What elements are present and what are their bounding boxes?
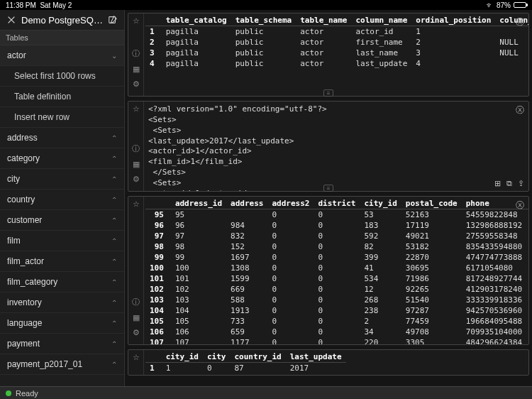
grid-icon[interactable]: ▦ xyxy=(133,160,140,169)
panel-gutter: ☆ ⓘ ▦ ⚙ xyxy=(128,13,144,96)
sidebar-item-city[interactable]: city⌃ xyxy=(0,169,124,190)
sidebar-subitem[interactable]: Select first 1000 rows xyxy=(0,66,124,87)
grid-icon[interactable]: ▦ xyxy=(133,313,140,322)
sidebar-item-label: payment_p2017_01 xyxy=(7,359,82,369)
result-panel-xml: ☆ ⓘ ▦ ⚙ ⓧ <?xml version="1.0" encoding="… xyxy=(128,101,529,192)
col-header: country_id xyxy=(230,351,285,363)
share-icon[interactable]: ⇪ xyxy=(518,179,524,188)
sidebar-table-list: actor⌄Select first 1000 rowsTable defini… xyxy=(0,45,124,386)
table-row[interactable]: 10710711770022033054842966243842017 xyxy=(145,337,528,344)
close-panel-icon[interactable]: ⓧ xyxy=(516,200,524,212)
sidebar-item-label: inventory xyxy=(7,297,42,307)
info-icon[interactable]: ⓘ xyxy=(132,48,140,59)
star-icon[interactable]: ☆ xyxy=(133,353,140,362)
col-header: column_name xyxy=(351,15,411,26)
close-panel-icon[interactable]: ⓧ xyxy=(516,16,524,28)
sidebar-item-payment_p2017_01[interactable]: payment_p2017_01⌃ xyxy=(0,354,124,375)
address-table: address_idaddressaddress2districtcity_id… xyxy=(145,198,528,344)
info-icon[interactable]: ⓘ xyxy=(132,143,140,154)
chevron-up-icon: ⌃ xyxy=(111,196,117,204)
settings-icon[interactable]: ⚙ xyxy=(133,328,140,337)
compose-icon[interactable] xyxy=(107,14,118,26)
sidebar-item-label: country xyxy=(7,195,35,204)
table-row[interactable]: 2pagillapublicactorfirst_name2NULL00N xyxy=(145,37,528,48)
sidebar-item-inventory[interactable]: inventory⌃ xyxy=(0,293,124,313)
close-panel-icon[interactable]: ⓧ xyxy=(516,104,524,116)
table-row[interactable]: 104104191300238972879425705369602017 xyxy=(145,305,528,316)
sidebar-item-label: film xyxy=(7,236,21,246)
col-header: city xyxy=(203,351,231,363)
sidebar-item-language[interactable]: language⌃ xyxy=(0,313,124,334)
chevron-down-icon: ⌄ xyxy=(111,52,117,60)
sidebar-header: Demo PostgreSQL Dat… xyxy=(0,10,124,31)
table-row[interactable]: 98981520082531828354335948802017 xyxy=(145,241,528,252)
copy-icon[interactable]: ⧉ xyxy=(506,179,512,188)
table-row[interactable]: 101101159900534719868172489277442017 xyxy=(145,273,528,284)
result-panel-address: ☆ ⓘ ▦ ⚙ ⓧ address_idaddressaddress2distr… xyxy=(128,196,529,345)
settings-icon[interactable]: ⚙ xyxy=(133,80,140,89)
battery-icon xyxy=(514,2,526,8)
resize-handle-icon[interactable]: ≡ xyxy=(323,89,333,97)
sidebar-item-film[interactable]: film⌃ xyxy=(0,231,124,251)
table-row[interactable]: 3pagillapublicactorlast_name3NULL00N xyxy=(145,48,528,58)
sidebar-item-label: address xyxy=(7,133,38,143)
close-icon[interactable] xyxy=(6,14,17,26)
sidebar-item-country[interactable]: country⌃ xyxy=(0,190,124,210)
chevron-up-icon: ⌃ xyxy=(111,134,117,142)
star-icon[interactable]: ☆ xyxy=(133,200,140,209)
sidebar-item-film_actor[interactable]: film_actor⌃ xyxy=(0,251,124,272)
chevron-up-icon: ⌃ xyxy=(111,175,117,183)
sidebar-section-tables[interactable]: Tables xyxy=(0,31,124,45)
sidebar-item-payment[interactable]: payment⌃ xyxy=(0,334,124,354)
add-icon[interactable]: ⊞ xyxy=(494,179,501,188)
table-row[interactable]: 100100130800413069561710540802017 xyxy=(145,263,528,273)
sidebar-subitem[interactable]: Insert new row xyxy=(0,107,124,128)
connection-title: Demo PostgreSQL Dat… xyxy=(21,15,103,26)
table-row[interactable]: 9999169700399228704747747738882017 xyxy=(145,252,528,263)
sidebar-item-label: category xyxy=(7,153,40,163)
table-row[interactable]: 1061066590034497087099351040002017 xyxy=(145,327,528,337)
table-row[interactable]: 105105733002774591966840954882017 xyxy=(145,316,528,327)
sidebar-item-actor[interactable]: actor⌄ xyxy=(0,45,124,66)
col-header xyxy=(145,351,162,363)
table-row[interactable]: 9595005352163545598228482017 xyxy=(145,209,528,221)
star-icon[interactable]: ☆ xyxy=(133,16,140,26)
sidebar-item-customer[interactable]: customer⌃ xyxy=(0,210,124,231)
chevron-up-icon: ⌃ xyxy=(111,217,117,224)
chevron-up-icon: ⌃ xyxy=(111,237,117,245)
status-bar: Ready xyxy=(0,386,532,399)
table-row[interactable]: 10310358800268515403333399183362017 xyxy=(145,295,528,305)
chevron-up-icon: ⌃ xyxy=(111,155,117,163)
star-icon[interactable]: ☆ xyxy=(133,104,140,114)
chevron-up-icon: ⌃ xyxy=(111,299,117,307)
col-header: table_catalog xyxy=(162,15,231,26)
chevron-up-icon: ⌃ xyxy=(111,278,117,286)
device-status-bar: 11:38 PM Sat May 2 ᯤ 87% xyxy=(0,0,532,10)
panel-gutter: ☆ ⓘ ▦ ⚙ xyxy=(128,197,144,344)
col-header: city_id xyxy=(162,351,203,363)
resize-handle-icon[interactable]: ≡ xyxy=(323,185,333,192)
xml-output: <?xml version="1.0" encoding="utf-8"?> <… xyxy=(145,103,526,191)
table-row[interactable]: 110872017 xyxy=(145,363,346,374)
sidebar-item-address[interactable]: address⌃ xyxy=(0,128,124,148)
table-row[interactable]: 1021026690012922654129031782402017 xyxy=(145,284,528,295)
sidebar-item-film_category[interactable]: film_category⌃ xyxy=(0,272,124,293)
settings-icon[interactable]: ⚙ xyxy=(133,175,140,184)
table-row[interactable]: 969698400183171191329868881922017 xyxy=(145,220,528,231)
grid-icon[interactable]: ▦ xyxy=(133,65,140,74)
table-row[interactable]: 97978320059249021275595583482017 xyxy=(145,231,528,241)
chevron-up-icon: ⌃ xyxy=(111,361,117,368)
table-row[interactable]: 4pagillapublicactorlast_update400N xyxy=(145,58,528,69)
battery-pct: 87% xyxy=(497,1,511,9)
info-icon[interactable]: ⓘ xyxy=(132,297,140,307)
sidebar-item-category[interactable]: category⌃ xyxy=(0,148,124,169)
chevron-up-icon: ⌃ xyxy=(111,340,117,348)
sidebar-item-label: customer xyxy=(7,215,42,225)
result-panel-columns: ☆ ⓘ ▦ ⚙ ⓧ table_catalogtable_schematable… xyxy=(128,13,529,97)
city-table: city_idcitycountry_idlast_update11087201… xyxy=(145,351,346,373)
col-header: last_update xyxy=(286,351,346,363)
sidebar-subitem[interactable]: Table definition xyxy=(0,87,124,107)
col-header: city_id xyxy=(360,198,401,209)
status-date: Sat May 2 xyxy=(40,1,72,9)
table-row[interactable]: 1pagillapublicactoractor_id100… xyxy=(145,26,528,38)
